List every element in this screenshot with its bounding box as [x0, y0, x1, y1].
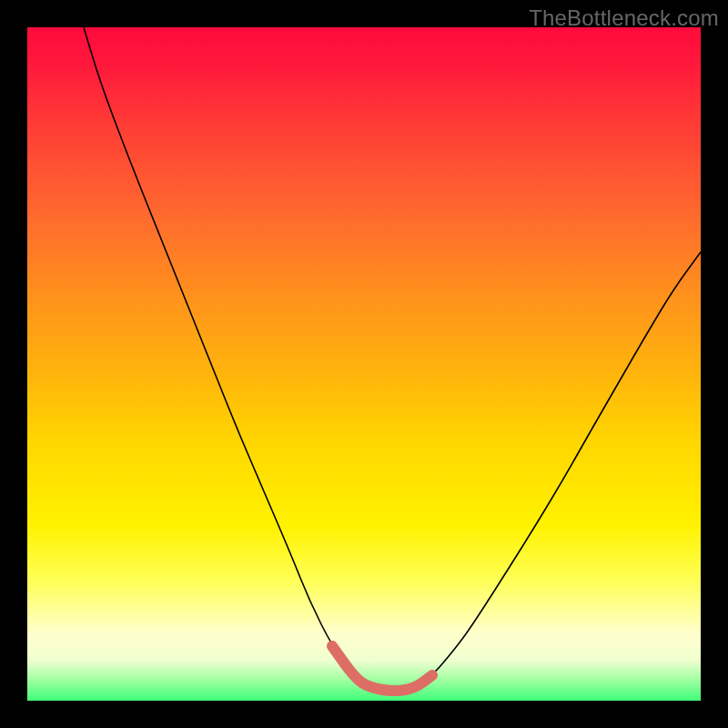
curve-svg — [27, 27, 701, 701]
optimal-band-path — [332, 646, 432, 691]
watermark-label: TheBottleneck.com — [529, 5, 719, 31]
plot-area — [27, 27, 701, 701]
bottleneck-curve-path — [84, 27, 701, 691]
chart-frame: TheBottleneck.com — [0, 0, 728, 728]
